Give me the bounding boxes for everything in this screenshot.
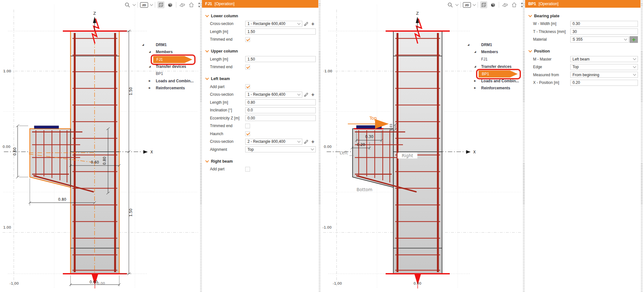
- field-label: Add part: [210, 85, 245, 89]
- add-part-checkbox[interactable]: [245, 84, 250, 89]
- width-row: W - Width [m] 0.30: [533, 20, 638, 28]
- svg-text:0.03: 0.03: [389, 124, 393, 130]
- haunch-checkbox[interactable]: [245, 131, 250, 136]
- expand-icon[interactable]: ◢: [467, 43, 469, 46]
- home-view-button[interactable]: [511, 1, 518, 8]
- cross-section-select[interactable]: 1 - Rectangle 600,400: [245, 92, 302, 98]
- svg-text:0.80: 0.80: [102, 157, 107, 165]
- panel-header: FJ1 [Operation]: [202, 0, 318, 8]
- bottom-edge-label: Bottom: [356, 187, 372, 192]
- z-axis: Z: [93, 11, 96, 31]
- panel-tag: [Operation]: [539, 2, 558, 6]
- field-label: M - Master: [533, 57, 570, 61]
- edit-pencil-icon[interactable]: [303, 138, 309, 145]
- selected-item-flag[interactable]: FJ1: [153, 56, 192, 63]
- search-icon[interactable]: [124, 1, 131, 8]
- section-bearing-plate[interactable]: Bearing plate: [529, 12, 638, 20]
- length-input[interactable]: 0.80: [245, 99, 316, 105]
- expand-icon[interactable]: ◢: [474, 65, 476, 68]
- svg-text:0.80: 0.80: [58, 197, 66, 202]
- haunch-cross-section-row: Cross-section 2 - Rectangle 800,400 +: [210, 138, 316, 146]
- edge-select[interactable]: Top: [570, 64, 638, 70]
- thickness-input[interactable]: 30: [570, 28, 638, 35]
- selected-item-flag[interactable]: BP1: [479, 70, 518, 77]
- measured-from-select[interactable]: From beginning: [570, 72, 638, 78]
- expand-icon[interactable]: ◢: [149, 50, 151, 53]
- wireframe-view-button[interactable]: [480, 1, 487, 8]
- cross-section-row: Cross-section 1 - Rectangle 600,400 +: [210, 20, 316, 28]
- trimmed-end-checkbox[interactable]: [245, 124, 250, 128]
- 2d-dropdown-icon[interactable]: [150, 3, 153, 6]
- svg-text:1.00: 1.00: [3, 225, 11, 230]
- section-upper-column[interactable]: Upper column: [206, 47, 316, 55]
- panel-header: BP1 [Operation]: [525, 0, 640, 8]
- eccentricity-row: Eccentricity Z [m] 0.00: [210, 114, 316, 122]
- clip-view-button[interactable]: [501, 1, 508, 8]
- 2d-mode-button[interactable]: 2D: [463, 2, 471, 8]
- chevron-down-icon: [528, 13, 532, 17]
- eccentricity-input[interactable]: 0.00: [245, 115, 316, 121]
- x-position-input[interactable]: 0.20: [570, 80, 638, 86]
- alignment-select[interactable]: Top: [245, 146, 316, 152]
- section-left-beam[interactable]: Left beam: [206, 75, 316, 83]
- left-viewport-canvas[interactable]: Z X 1.50 1.50 0.80 0.60 0.60 0.80 0.60 1…: [0, 0, 200, 292]
- svg-text:-1.00: -1.00: [333, 281, 342, 286]
- length-input[interactable]: 1.50: [245, 28, 316, 35]
- collapse-icon[interactable]: ▶: [149, 79, 151, 82]
- trimmed-end-checkbox[interactable]: [245, 37, 250, 42]
- search-dropdown-icon[interactable]: [133, 3, 136, 6]
- trimmed-end-checkbox[interactable]: [245, 65, 250, 69]
- splitter[interactable]: [640, 0, 643, 292]
- clip-view-button[interactable]: [179, 1, 186, 8]
- haunch-cross-section-select[interactable]: 2 - Rectangle 800,400: [245, 139, 302, 145]
- chevron-down-icon: [297, 92, 301, 95]
- collapse-icon[interactable]: ▶: [149, 86, 151, 89]
- section-position[interactable]: Position: [529, 47, 638, 55]
- concrete-column: [71, 31, 119, 274]
- edge-row: Edge Top: [533, 63, 638, 71]
- expand-icon[interactable]: ◢: [149, 65, 151, 68]
- edit-pencil-icon[interactable]: [303, 91, 309, 98]
- material-select[interactable]: S 355: [570, 36, 629, 43]
- add-icon[interactable]: +: [310, 20, 316, 27]
- length-input[interactable]: 1.50: [245, 56, 316, 62]
- panel-tag: [Operation]: [215, 2, 235, 6]
- trimmed-end-row: Trimmed end: [210, 36, 316, 44]
- add-icon[interactable]: +: [310, 138, 316, 145]
- expand-icon[interactable]: ◢: [474, 50, 476, 53]
- panel-title: FJ1: [205, 2, 212, 6]
- section-lower-column[interactable]: Lower column: [206, 12, 316, 20]
- master-select[interactable]: Left beam: [570, 56, 638, 62]
- toolbar-separator: [460, 2, 461, 8]
- z-axis: Z: [416, 11, 419, 31]
- search-dropdown-icon[interactable]: [456, 3, 459, 6]
- fj1-operation-panel: FJ1 [Operation] Lower column Cross-secti…: [202, 0, 318, 292]
- add-part-checkbox[interactable]: [245, 167, 250, 172]
- cross-section-select[interactable]: 1 - Rectangle 600,400: [245, 21, 302, 27]
- 2d-mode-button[interactable]: 2D: [140, 2, 148, 8]
- splitter[interactable]: [318, 0, 321, 292]
- right-viewport-canvas[interactable]: Z X Top Left Right Bottom 0.30 0.20 0.03…: [321, 0, 523, 292]
- field-label: Cross-section: [210, 92, 245, 97]
- collapse-icon[interactable]: ▶: [474, 86, 476, 89]
- inclination-input[interactable]: 0.0: [245, 107, 316, 113]
- search-icon[interactable]: [447, 1, 454, 8]
- 2d-dropdown-icon[interactable]: [473, 3, 476, 6]
- add-material-button[interactable]: +: [630, 36, 638, 43]
- chevron-down-icon: [528, 49, 532, 52]
- collapse-icon[interactable]: ▶: [474, 79, 476, 82]
- expand-icon[interactable]: ◢: [142, 43, 144, 46]
- solid-view-button[interactable]: [167, 1, 174, 8]
- solid-view-button[interactable]: [489, 1, 497, 8]
- svg-text:0.00: 0.00: [97, 281, 105, 286]
- width-input[interactable]: 0.30: [570, 21, 638, 27]
- svg-text:0.20: 0.20: [357, 142, 365, 147]
- wireframe-view-button[interactable]: [157, 1, 164, 8]
- section-right-beam[interactable]: Right beam: [206, 157, 316, 165]
- add-part-row: Add part: [210, 165, 316, 173]
- edit-pencil-icon[interactable]: [303, 20, 309, 27]
- add-icon[interactable]: +: [310, 91, 316, 98]
- home-view-button[interactable]: [188, 1, 195, 8]
- field-label: Edge: [533, 65, 570, 69]
- splitter[interactable]: [523, 0, 525, 292]
